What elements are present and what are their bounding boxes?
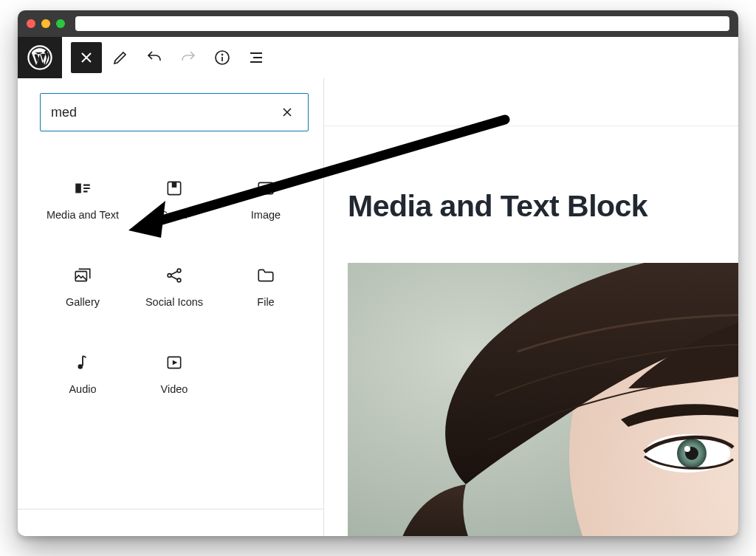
svg-point-2 [221, 54, 223, 55]
separator [324, 126, 738, 126]
editor-canvas[interactable]: Media and Text Block [324, 78, 738, 536]
edit-button[interactable] [105, 42, 136, 73]
video-icon [165, 353, 184, 372]
outline-button[interactable] [241, 42, 272, 73]
gallery-icon [73, 266, 92, 285]
block-results-grid: Media and Text Cover Image [40, 165, 309, 421]
svg-point-11 [177, 278, 181, 282]
block-inserter-panel: Media and Text Cover Image [18, 78, 324, 536]
pencil-icon [111, 49, 129, 66]
block-label: Social Icons [145, 295, 203, 309]
svg-rect-5 [172, 182, 177, 188]
block-label: Gallery [66, 295, 100, 309]
window-close-dot[interactable] [27, 19, 35, 28]
info-icon [213, 49, 231, 66]
window-zoom-dot[interactable] [56, 19, 65, 28]
redo-button[interactable] [173, 42, 204, 73]
audio-icon [73, 353, 92, 372]
svg-point-19 [684, 446, 690, 452]
media-text-block-image[interactable] [348, 263, 738, 536]
block-item-file[interactable]: File [223, 253, 309, 334]
block-label: Video [161, 382, 188, 397]
block-item-audio[interactable]: Audio [40, 340, 126, 421]
window-minimize-dot[interactable] [41, 19, 50, 28]
svg-rect-3 [75, 184, 81, 193]
clear-search-button[interactable] [277, 102, 298, 123]
wordpress-logo[interactable] [18, 37, 62, 78]
block-label: File [257, 295, 274, 309]
svg-point-12 [78, 364, 83, 369]
svg-point-9 [168, 274, 171, 278]
media-text-icon [73, 179, 92, 198]
block-label: Audio [69, 382, 96, 397]
svg-rect-6 [258, 182, 273, 193]
wordpress-icon [27, 45, 52, 70]
block-item-social-icons[interactable]: Social Icons [131, 253, 217, 334]
titlebar [18, 10, 738, 37]
portrait-image [348, 263, 738, 536]
block-label: Cover [160, 208, 189, 222]
divider [18, 509, 323, 509]
search-input[interactable] [51, 105, 277, 120]
undo-icon [145, 49, 163, 66]
cover-icon [165, 179, 184, 198]
block-item-video[interactable]: Video [131, 340, 217, 421]
post-title[interactable]: Media and Text Block [348, 189, 724, 224]
svg-point-7 [262, 186, 264, 188]
editor-toolbar [18, 37, 738, 78]
traffic-lights [27, 19, 65, 28]
block-item-cover[interactable]: Cover [131, 165, 217, 247]
svg-point-10 [177, 269, 181, 272]
block-label: Media and Text [47, 208, 119, 222]
browser-window: Media and Text Cover Image [18, 10, 738, 536]
url-bar[interactable] [75, 16, 729, 31]
image-icon [256, 179, 275, 198]
info-button[interactable] [207, 42, 238, 73]
redo-icon [179, 49, 197, 66]
outline-icon [247, 49, 265, 66]
close-icon [78, 49, 95, 66]
share-icon [165, 266, 184, 285]
close-icon [280, 105, 295, 120]
close-inserter-button[interactable] [71, 42, 102, 73]
block-label: Image [251, 208, 281, 222]
block-item-media-text[interactable]: Media and Text [40, 165, 126, 247]
folder-icon [256, 266, 275, 285]
block-item-image[interactable]: Image [223, 165, 309, 247]
block-search-field[interactable] [40, 93, 309, 131]
editor-content: Media and Text Cover Image [18, 78, 738, 536]
block-item-gallery[interactable]: Gallery [40, 253, 126, 334]
undo-button[interactable] [139, 42, 170, 73]
